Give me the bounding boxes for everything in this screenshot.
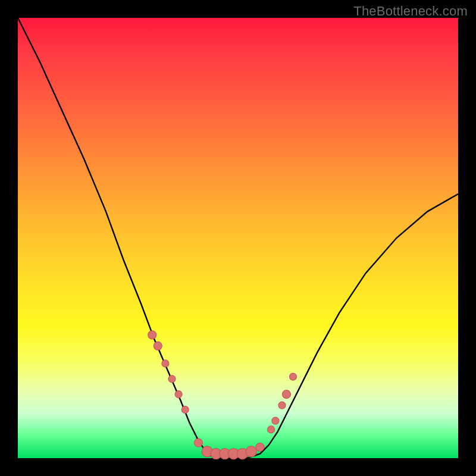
marker-dot — [268, 426, 275, 433]
marker-dot — [194, 439, 202, 447]
marker-group — [148, 331, 297, 459]
plot-area — [18, 18, 458, 458]
marker-dot — [278, 402, 286, 409]
marker-dot — [175, 391, 182, 398]
marker-dot — [290, 373, 297, 380]
curve-svg — [18, 18, 458, 458]
watermark-label: TheBottleneck.com — [353, 4, 468, 19]
bottleneck-curve — [18, 18, 458, 458]
marker-dot — [154, 342, 162, 350]
marker-dot — [148, 331, 156, 339]
marker-dot — [246, 446, 256, 457]
marker-dot — [256, 443, 264, 452]
marker-dot — [272, 417, 279, 424]
marker-dot — [168, 375, 176, 383]
marker-dot — [282, 390, 290, 399]
chart-frame: TheBottleneck.com — [0, 0, 476, 476]
marker-dot — [181, 406, 189, 414]
marker-dot — [162, 360, 169, 367]
